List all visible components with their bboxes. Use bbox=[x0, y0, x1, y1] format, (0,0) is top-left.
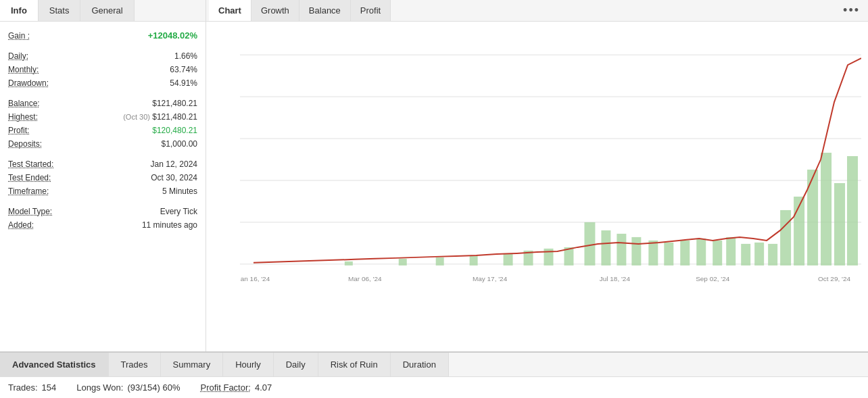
monthly-label: Monthly: bbox=[8, 65, 39, 74]
timeframe-label: Timeframe: bbox=[8, 186, 49, 196]
added-row: Added: 11 minutes ago bbox=[8, 218, 197, 232]
trades-stat: Trades: 154 bbox=[8, 382, 56, 393]
tab-duration[interactable]: Duration bbox=[391, 353, 449, 376]
timeframe-row: Timeframe: 5 Minutes bbox=[8, 184, 197, 198]
svg-rect-29 bbox=[726, 237, 736, 266]
balance-row: Balance: $121,480.21 bbox=[8, 97, 197, 110]
svg-rect-13 bbox=[399, 259, 407, 266]
svg-text:Sep 02, '24: Sep 02, '24 bbox=[696, 275, 730, 282]
bottom-section: Advanced Statistics Trades Summary Hourl… bbox=[0, 351, 868, 398]
svg-rect-20 bbox=[584, 222, 595, 266]
svg-rect-30 bbox=[741, 244, 750, 266]
profit-factor-stat: Profit Factor: 4.07 bbox=[201, 382, 272, 393]
svg-rect-12 bbox=[345, 262, 353, 266]
chart-svg: 150K 120K 90K 60K 30K 0 bbox=[240, 28, 861, 331]
deposits-label: Deposits: bbox=[8, 139, 42, 149]
test-ended-value: Oct 30, 2024 bbox=[151, 173, 197, 182]
trades-stat-label: Trades: bbox=[8, 382, 38, 393]
tab-trades[interactable]: Trades bbox=[109, 353, 161, 376]
balance-value: $121,480.21 bbox=[152, 99, 197, 108]
svg-rect-23 bbox=[631, 237, 641, 266]
chart-area: 150K 120K 90K 60K 30K 0 bbox=[206, 22, 868, 351]
svg-rect-28 bbox=[713, 241, 722, 266]
tab-chart[interactable]: Chart bbox=[209, 0, 251, 21]
tab-general[interactable]: General bbox=[80, 0, 134, 21]
chart-panel: Chart Growth Balance Profit ••• 150K bbox=[206, 0, 868, 351]
gain-row: Gain : +12048.02% bbox=[8, 28, 197, 43]
svg-rect-22 bbox=[617, 234, 626, 266]
tab-hourly[interactable]: Hourly bbox=[223, 353, 274, 376]
left-panel: Info Stats General Gain : +12048.02% Dai… bbox=[0, 0, 206, 351]
svg-rect-16 bbox=[504, 253, 513, 266]
svg-rect-26 bbox=[680, 241, 690, 266]
trades-stat-value: 154 bbox=[42, 382, 57, 393]
svg-text:Jul 18, '24: Jul 18, '24 bbox=[600, 275, 631, 282]
deposits-row: Deposits: $1,000.00 bbox=[8, 137, 197, 151]
svg-rect-21 bbox=[601, 230, 610, 266]
bottom-stats-bar: Trades: 154 Longs Won: (93/154) 60% Prof… bbox=[0, 377, 868, 398]
info-content: Gain : +12048.02% Daily: 1.66% Monthly: … bbox=[0, 22, 206, 351]
svg-rect-27 bbox=[696, 239, 706, 266]
drawdown-row: Drawdown: 54.91% bbox=[8, 76, 197, 90]
daily-label: Daily: bbox=[8, 51, 28, 61]
tab-growth[interactable]: Growth bbox=[251, 0, 299, 21]
model-type-row: Model Type: Every Tick bbox=[8, 205, 197, 218]
test-ended-row: Test Ended: Oct 30, 2024 bbox=[8, 171, 197, 184]
model-value: Every Tick bbox=[160, 207, 197, 216]
profit-row: Profit: $120,480.21 bbox=[8, 124, 197, 137]
highest-row: Highest: (Oct 30) $121,480.21 bbox=[8, 110, 197, 124]
timeframe-value: 5 Minutes bbox=[162, 186, 197, 196]
svg-rect-36 bbox=[821, 153, 831, 266]
tab-profit[interactable]: Profit bbox=[351, 0, 391, 21]
test-ended-label: Test Ended: bbox=[8, 173, 51, 182]
drawdown-value: 54.91% bbox=[170, 78, 197, 88]
svg-rect-14 bbox=[436, 257, 444, 266]
highest-value: (Oct 30) $121,480.21 bbox=[123, 112, 197, 122]
svg-rect-35 bbox=[807, 170, 818, 266]
tab-info[interactable]: Info bbox=[0, 0, 39, 21]
profit-factor-value: 4.07 bbox=[255, 382, 272, 393]
deposits-value: $1,000.00 bbox=[162, 139, 197, 149]
profit-factor-label[interactable]: Profit Factor: bbox=[201, 382, 251, 393]
tab-stats[interactable]: Stats bbox=[39, 0, 81, 21]
bottom-tab-bar: Advanced Statistics Trades Summary Hourl… bbox=[0, 353, 868, 377]
test-started-label: Test Started: bbox=[8, 159, 53, 169]
longs-won-label: Longs Won: bbox=[76, 382, 123, 393]
added-label: Added: bbox=[8, 220, 34, 230]
tab-daily[interactable]: Daily bbox=[274, 353, 318, 376]
test-started-row: Test Started: Jan 12, 2024 bbox=[8, 157, 197, 171]
highest-date: (Oct 30) bbox=[123, 113, 150, 121]
svg-text:Jan 16, '24: Jan 16, '24 bbox=[240, 275, 270, 282]
svg-rect-32 bbox=[768, 244, 777, 266]
test-started-value: Jan 12, 2024 bbox=[151, 159, 197, 169]
tab-summary[interactable]: Summary bbox=[161, 353, 224, 376]
svg-text:May 17, '24: May 17, '24 bbox=[473, 275, 508, 282]
chart-more-button[interactable]: ••• bbox=[838, 1, 865, 20]
model-label: Model Type: bbox=[8, 207, 52, 216]
monthly-row: Monthly: 63.74% bbox=[8, 63, 197, 76]
svg-text:Oct 29, '24: Oct 29, '24 bbox=[818, 275, 850, 282]
chart-tab-bar: Chart Growth Balance Profit ••• bbox=[206, 0, 868, 22]
balance-label: Balance: bbox=[8, 99, 40, 108]
highest-label: Highest: bbox=[8, 112, 38, 122]
left-tab-bar: Info Stats General bbox=[0, 0, 206, 22]
tab-advanced-statistics[interactable]: Advanced Statistics bbox=[0, 353, 109, 376]
added-value: 11 minutes ago bbox=[142, 220, 197, 230]
tab-balance[interactable]: Balance bbox=[299, 0, 351, 21]
gain-value: +12048.02% bbox=[148, 30, 197, 41]
longs-won-stat: Longs Won: (93/154) 60% bbox=[76, 382, 180, 393]
profit-label: Profit: bbox=[8, 126, 29, 135]
svg-rect-33 bbox=[780, 210, 791, 266]
svg-rect-15 bbox=[470, 256, 478, 266]
tab-risk-of-ruin[interactable]: Risk of Ruin bbox=[318, 353, 391, 376]
highest-amount: $121,480.21 bbox=[152, 112, 197, 122]
svg-rect-31 bbox=[754, 243, 764, 266]
longs-won-value: (93/154) 60% bbox=[127, 382, 180, 393]
profit-value: $120,480.21 bbox=[152, 126, 197, 135]
daily-row: Daily: 1.66% bbox=[8, 49, 197, 63]
svg-text:Mar 06, '24: Mar 06, '24 bbox=[348, 275, 382, 282]
daily-value: 1.66% bbox=[174, 51, 197, 61]
svg-rect-37 bbox=[834, 183, 845, 266]
svg-rect-25 bbox=[664, 243, 673, 266]
gain-label: Gain : bbox=[8, 31, 30, 41]
